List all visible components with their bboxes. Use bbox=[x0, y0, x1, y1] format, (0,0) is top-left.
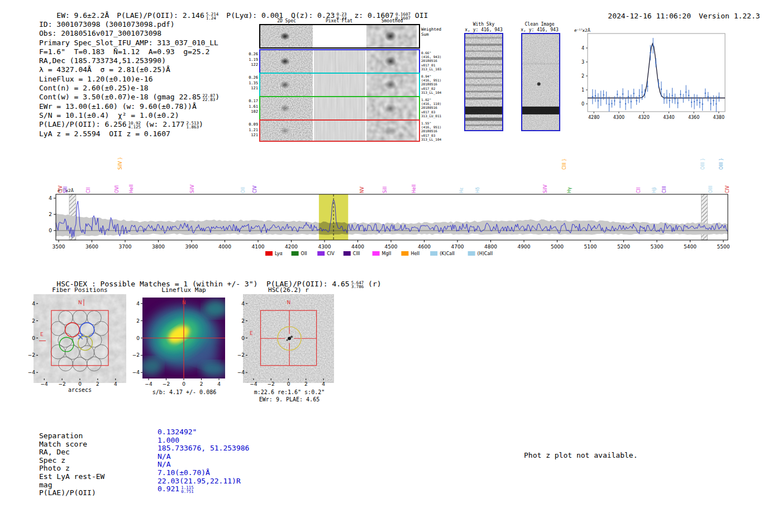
svg-text:CIII: CIII bbox=[662, 186, 667, 193]
svg-text:Lyα: Lyα bbox=[275, 251, 283, 256]
match-label: Photo z bbox=[39, 464, 158, 472]
clean-image-panel bbox=[521, 33, 560, 131]
svg-text:CIV: CIV bbox=[725, 185, 730, 193]
strip-right-labels: 0.94"(416, 951)20180516v017_02313_LL_104 bbox=[421, 74, 447, 94]
pixel-flat-cell bbox=[314, 50, 365, 73]
match-value: N/A bbox=[158, 460, 170, 468]
svg-text:0: 0 bbox=[136, 336, 140, 341]
info-line-sn: S/N = 10.1(±0.4) χ² = 1.0(±0.2) bbox=[39, 111, 220, 120]
info-line-contw: Cont(w) = 3.50(±0.07)e-18 (gmag 22.8522.… bbox=[39, 93, 220, 102]
plae-lo-2: 1.863 bbox=[186, 125, 199, 130]
svg-text:4000: 4000 bbox=[218, 244, 231, 250]
match-label: Separation bbox=[39, 432, 158, 440]
east-label: E bbox=[250, 330, 253, 336]
strip-meta-label: (416, 943) bbox=[421, 55, 447, 59]
info-line-redshifts: LyA z = 2.5594 OII z = 0.1607 bbox=[39, 130, 220, 138]
zoom-data-points bbox=[592, 38, 720, 112]
match-value: 0.9211.1150.751 bbox=[158, 485, 194, 493]
svg-text:5200: 5200 bbox=[617, 244, 630, 250]
lineflux-sb-caption: s/b: 4.17 +/- 0.086 bbox=[134, 389, 235, 395]
2d-spec-image bbox=[260, 74, 313, 96]
svg-text:Hδ: Hδ bbox=[475, 187, 480, 193]
match-label: RA, Dec bbox=[39, 448, 158, 456]
photz-note: Phot z plot not available. bbox=[524, 451, 638, 459]
svg-text:CIV: CIV bbox=[58, 185, 63, 193]
svg-text:3600: 3600 bbox=[85, 244, 98, 250]
svg-text:SiIV }: SiIV } bbox=[118, 157, 123, 170]
contw-close: ) bbox=[215, 93, 220, 101]
info-line-id: ID: 3001073098 (3001073098.pdf) bbox=[39, 20, 220, 29]
match-label: P(LAE)/P(OII) bbox=[39, 488, 158, 497]
svg-text:e⁻¹⁷x2Å: e⁻¹⁷x2Å bbox=[574, 28, 591, 33]
gmag-lo: 22.83 bbox=[203, 98, 216, 102]
svg-text:4300: 4300 bbox=[318, 244, 331, 250]
smoothed-cell bbox=[366, 25, 417, 47]
east-label: E bbox=[40, 332, 44, 337]
match-table-row: Photo zN/A bbox=[39, 464, 249, 472]
with-sky-title: With Sky bbox=[459, 22, 509, 27]
2d-spec-image bbox=[260, 97, 313, 119]
2d-spec-cell bbox=[260, 121, 313, 141]
svg-text:4: 4 bbox=[241, 301, 245, 306]
svg-text:2: 2 bbox=[581, 74, 584, 79]
pixel-flat-image bbox=[314, 74, 365, 96]
with-sky-coords: x, y: 416, 943 bbox=[459, 27, 509, 32]
strip-meta-label: 20180516 bbox=[421, 59, 447, 63]
strip-weight-label: 102 bbox=[244, 109, 258, 115]
svg-text:4340: 4340 bbox=[663, 115, 674, 120]
strip-left-labels: 0.171.61102 bbox=[244, 99, 258, 115]
smoothed-image bbox=[366, 50, 417, 73]
pixel-flat-cell bbox=[314, 74, 365, 96]
hsc-ewr-caption: EWr: 9. PLAE: 4.65 bbox=[239, 396, 340, 402]
svg-text:SiII: SiII bbox=[63, 186, 68, 193]
svg-text:3500: 3500 bbox=[53, 244, 65, 250]
svg-text:4: 4 bbox=[217, 381, 221, 387]
match-table-row: mag22.03(21.95,22.11)R bbox=[39, 481, 249, 489]
2d-spec-cell bbox=[260, 25, 313, 47]
with-sky-image-panel bbox=[464, 33, 503, 131]
strip-meta-label: Weighted bbox=[421, 27, 447, 32]
svg-text:0: 0 bbox=[78, 381, 82, 387]
svg-text:4300: 4300 bbox=[613, 115, 624, 120]
hsc-plae-frac: 5.6473.786 bbox=[351, 281, 364, 289]
info-line-ewr: EWr = 13.00(±1.60) (w: 9.60(±0.78))Å bbox=[39, 102, 220, 111]
smoothed-image bbox=[366, 74, 417, 96]
fiber-positions-panel: NE−4−4−2−2002244 bbox=[25, 294, 133, 396]
svg-text:0: 0 bbox=[32, 336, 35, 341]
svg-text:2: 2 bbox=[32, 318, 35, 324]
spectrum-legend: LyαOIICIVCIIIMgIIHeII(K)CaII(H)CaII bbox=[265, 251, 493, 256]
strip-meta-label: 1.55" bbox=[421, 121, 447, 125]
svg-text:4: 4 bbox=[322, 381, 325, 387]
lineflux-map-title: Lineflux Map bbox=[142, 286, 225, 294]
plae-lo-1: 4.125 bbox=[128, 125, 141, 130]
catalog-match-table: Separation0.132492"Match score1.000RA, D… bbox=[39, 432, 249, 497]
svg-text:4: 4 bbox=[114, 381, 117, 387]
plae-w-text: (w: 2.177 bbox=[141, 120, 184, 128]
plae-text: P(LAE)/P(OII): 6.256 bbox=[39, 120, 127, 128]
strip-left-labels: 0.261.35121 bbox=[244, 75, 258, 92]
hsc-cutout-title: HSC(26.2) r bbox=[247, 286, 330, 294]
clean-image-coords: x, y: 416, 943 bbox=[514, 27, 565, 32]
strip-meta-label: 313_LL_104 bbox=[421, 90, 447, 94]
smoothed-image bbox=[366, 25, 417, 47]
match-value: 185.733676, 51.253986 bbox=[158, 444, 249, 452]
strip-right-labels: 0.66"(416, 943)20180516v017_01313_LL_103 bbox=[421, 51, 447, 71]
full-spectrum-plot: 3500360037003800390040004100420043004400… bbox=[34, 146, 748, 263]
svg-text:0: 0 bbox=[287, 381, 290, 387]
match-label: Match score bbox=[39, 440, 158, 448]
svg-text:4600: 4600 bbox=[418, 244, 431, 250]
svg-text:OVI: OVI bbox=[115, 185, 120, 193]
pixel-flat-cell bbox=[314, 97, 365, 119]
svg-text:−2: −2 bbox=[132, 352, 140, 358]
pixel-flat-image bbox=[314, 121, 365, 141]
plae-poii-value: P(LAE)/P(OII): 2.146 bbox=[117, 11, 204, 20]
svg-text:CII: CII bbox=[86, 188, 91, 193]
svg-text:(K)CaII: (K)CaII bbox=[440, 251, 455, 256]
svg-text:−4: −4 bbox=[28, 370, 36, 375]
hsc-mag-caption: m:22.6 re:1.6" s:0.2" bbox=[239, 389, 340, 395]
svg-text:(H)CaII: (H)CaII bbox=[478, 251, 493, 256]
svg-text:2: 2 bbox=[136, 318, 140, 324]
strip-weight-label: 0.26 bbox=[244, 75, 258, 81]
svg-text:4400: 4400 bbox=[351, 244, 364, 250]
match-value-frac: 1.1150.751 bbox=[181, 486, 194, 494]
